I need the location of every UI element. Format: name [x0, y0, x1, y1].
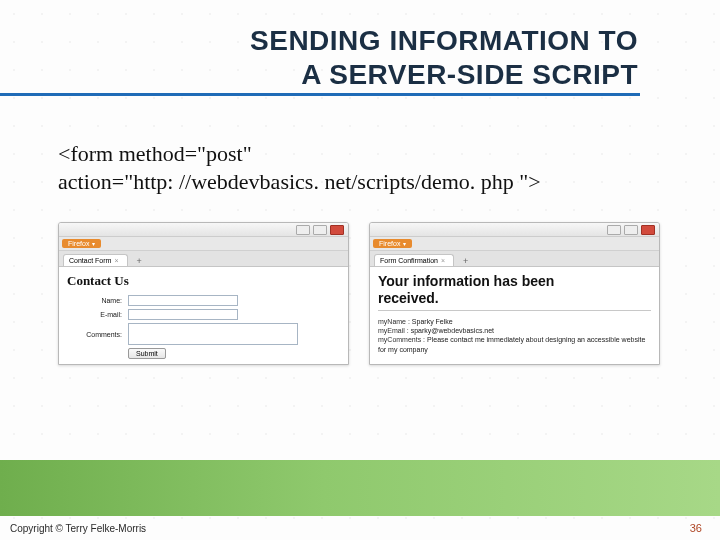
val-name: Sparky Felke [412, 318, 453, 325]
key-name: myName : [378, 318, 410, 325]
result-row-name: myName : Sparky Felke [378, 317, 651, 326]
window-titlebar [370, 223, 659, 237]
firefox-menu-label: Firefox [68, 240, 89, 247]
copyright-footer: Copyright © Terry Felke-Morris [10, 523, 146, 534]
minimize-button[interactable] [607, 225, 621, 235]
email-input[interactable] [128, 309, 238, 320]
browser-tab[interactable]: Contact Form × [63, 254, 128, 266]
result-list: myName : Sparky Felke myEmail : sparky@w… [378, 317, 651, 355]
new-tab-button[interactable]: + [458, 256, 473, 266]
close-button[interactable] [330, 225, 344, 235]
form-row-email: E-mail: [67, 309, 340, 320]
title-line-2: A SERVER-SIDE SCRIPT [301, 59, 638, 90]
name-input[interactable] [128, 295, 238, 306]
browser-window-right: Firefox ▾ Form Confirmation × + Your inf… [369, 222, 660, 365]
submit-button[interactable]: Submit [128, 348, 166, 359]
label-comments: Comments: [67, 331, 122, 338]
page-number: 36 [690, 522, 702, 534]
browser-tab[interactable]: Form Confirmation × [374, 254, 454, 266]
submit-row: Submit [67, 349, 340, 358]
caret-down-icon: ▾ [403, 240, 406, 247]
code-snippet: <form method="post" action="http: //webd… [58, 140, 660, 195]
result-row-email: myEmail : sparky@webdevbasics.net [378, 326, 651, 335]
val-email: sparky@webdevbasics.net [411, 327, 494, 334]
new-tab-button[interactable]: + [132, 256, 147, 266]
firefox-menu-label: Firefox [379, 240, 400, 247]
tab-strip: Contact Form × + [59, 251, 348, 267]
tab-strip: Form Confirmation × + [370, 251, 659, 267]
title-line-1: SENDING INFORMATION TO [250, 25, 638, 56]
key-email: myEmail : [378, 327, 409, 334]
firefox-toolbar: Firefox ▾ [59, 237, 348, 251]
code-line-2: action="http: //webdevbasics. net/script… [58, 168, 660, 196]
firefox-menu-button[interactable]: Firefox ▾ [62, 239, 101, 248]
form-row-name: Name: [67, 295, 340, 306]
label-email: E-mail: [67, 311, 122, 318]
slide: SENDING INFORMATION TO A SERVER-SIDE SCR… [0, 0, 720, 540]
maximize-button[interactable] [313, 225, 327, 235]
slide-title: SENDING INFORMATION TO A SERVER-SIDE SCR… [250, 24, 638, 91]
divider [378, 310, 651, 311]
screenshot-row: Firefox ▾ Contact Form × + Contact Us Na… [58, 222, 660, 365]
confirm-heading-l1: Your information has been [378, 273, 554, 289]
title-underline [0, 93, 640, 96]
decorative-bar [0, 460, 720, 516]
page-content-left: Contact Us Name: E-mail: Comments: Submi… [59, 267, 348, 364]
window-titlebar [59, 223, 348, 237]
tab-close-icon[interactable]: × [441, 257, 445, 264]
result-row-comments: myComments : Please contact me immediate… [378, 335, 651, 354]
code-line-1: <form method="post" [58, 140, 660, 168]
caret-down-icon: ▾ [92, 240, 95, 247]
form-row-comments: Comments: [67, 323, 340, 345]
tab-title: Contact Form [69, 257, 111, 264]
key-comments: myComments : [378, 336, 425, 343]
comments-textarea[interactable] [128, 323, 298, 345]
firefox-toolbar: Firefox ▾ [370, 237, 659, 251]
confirm-heading: Your information has been received. [378, 273, 651, 307]
page-heading: Contact Us [67, 273, 340, 289]
firefox-menu-button[interactable]: Firefox ▾ [373, 239, 412, 248]
close-button[interactable] [641, 225, 655, 235]
maximize-button[interactable] [624, 225, 638, 235]
tab-close-icon[interactable]: × [114, 257, 118, 264]
page-content-right: Your information has been received. myNa… [370, 267, 659, 360]
confirm-heading-l2: received. [378, 290, 439, 306]
minimize-button[interactable] [296, 225, 310, 235]
label-name: Name: [67, 297, 122, 304]
browser-window-left: Firefox ▾ Contact Form × + Contact Us Na… [58, 222, 349, 365]
tab-title: Form Confirmation [380, 257, 438, 264]
